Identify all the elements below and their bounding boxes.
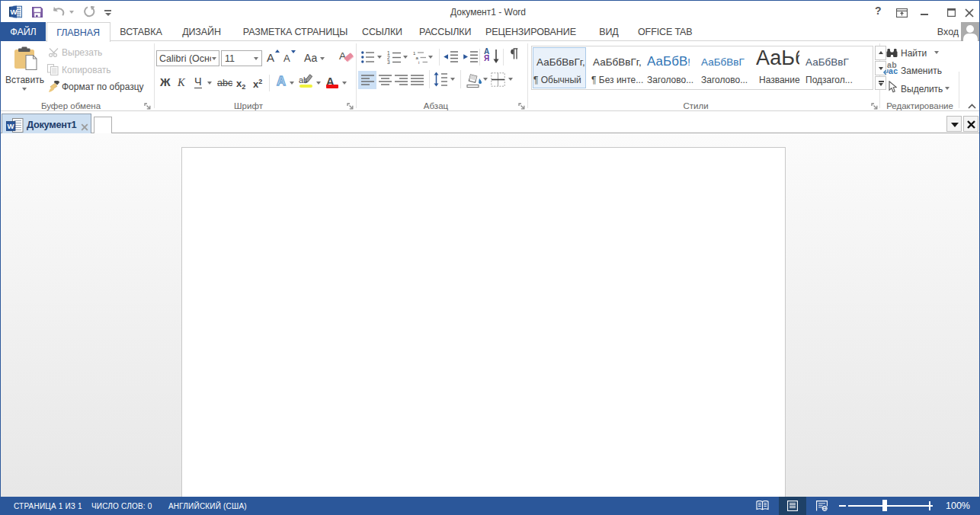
- svg-text:i: i: [418, 60, 419, 64]
- svg-text:a: a: [416, 56, 419, 60]
- svg-text:W: W: [11, 8, 18, 16]
- svg-text:W: W: [8, 122, 14, 130]
- svg-text:3: 3: [387, 59, 390, 64]
